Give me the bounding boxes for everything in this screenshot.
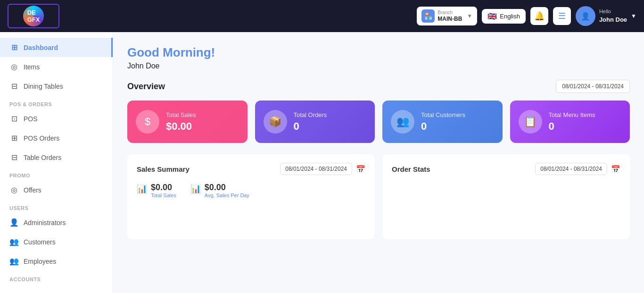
user-hello: Hello — [599, 8, 627, 15]
avg-sales-chart-icon: 📊 — [190, 184, 201, 194]
total-sales-stat-label: Total Sales — [151, 193, 176, 198]
sidebar-section-promo: PROMO — [0, 167, 113, 180]
sidebar-label-table-orders: Table Orders — [24, 154, 61, 161]
notification-button[interactable]: 🔔 — [530, 7, 548, 25]
stat-card-total-sales: $ Total Sales $0.00 — [127, 100, 248, 143]
total-sales-stat: 📊 $0.00 Total Sales — [137, 183, 176, 198]
order-stats-calendar-icon[interactable]: 📅 — [611, 165, 620, 174]
sales-summary-calendar-icon[interactable]: 📅 — [356, 165, 365, 174]
dining-tables-icon: ⊟ — [9, 82, 19, 91]
sidebar-item-administrators[interactable]: 👤 Administrators — [0, 213, 113, 232]
stat-cards-grid: $ Total Sales $0.00 📦 Total Orders 0 👥 T… — [127, 100, 630, 143]
flag-icon: 🇬🇧 — [487, 12, 497, 21]
total-customers-value: 0 — [421, 120, 465, 133]
menu-button[interactable]: ☰ — [553, 7, 571, 25]
sales-summary-header: Sales Summary 08/01/2024 - 08/31/2024 📅 — [137, 163, 365, 175]
sidebar-label-dashboard: Dashboard — [24, 44, 58, 51]
sales-summary-panel: Sales Summary 08/01/2024 - 08/31/2024 📅 … — [127, 154, 375, 239]
user-menu-button[interactable]: 👤 Hello John Doe ▼ — [576, 6, 636, 26]
sidebar-label-offers: Offers — [24, 186, 41, 194]
top-navbar: DEGFX 🏪 Branch MAIN-BB ▼ 🇬🇧 English 🔔 ☰ … — [0, 0, 644, 32]
sidebar-section-users: USERS — [0, 200, 113, 213]
sidebar-item-employees[interactable]: 👥 Employees — [0, 251, 113, 271]
sidebar-item-offers[interactable]: ◎ Offers — [0, 180, 113, 200]
hamburger-icon: ☰ — [558, 11, 566, 21]
sidebar-item-dining-tables[interactable]: ⊟ Dining Tables — [0, 76, 113, 96]
sidebar-label-dining-tables: Dining Tables — [24, 83, 63, 90]
branch-selector[interactable]: 🏪 Branch MAIN-BB ▼ — [417, 7, 477, 26]
total-sales-stat-info: $0.00 Total Sales — [151, 183, 176, 198]
sidebar: ⊞ Dashboard ◎ Items ⊟ Dining Tables POS … — [0, 32, 113, 293]
branch-dropdown-arrow: ▼ — [467, 13, 472, 19]
order-stats-panel: Order Stats 08/01/2024 - 08/31/2024 📅 — [382, 154, 630, 239]
order-stats-header: Order Stats 08/01/2024 - 08/31/2024 📅 — [392, 163, 620, 175]
sidebar-label-employees: Employees — [24, 258, 56, 265]
customers-icon: 👥 — [9, 237, 19, 246]
avg-sales-stat-info: $0.00 Avg. Sales Per Day — [205, 183, 249, 198]
sidebar-section-accounts: ACCOUNTS — [0, 271, 113, 284]
user-info: Hello John Doe — [599, 8, 627, 24]
sales-summary-date: 08/01/2024 - 08/31/2024 📅 — [280, 163, 365, 175]
total-menu-items-value: 0 — [549, 120, 595, 133]
overview-title: Overview — [127, 82, 165, 92]
sidebar-item-pos[interactable]: ⊡ POS — [0, 109, 113, 128]
stat-card-total-customers: 👥 Total Customers 0 — [382, 100, 503, 143]
sidebar-item-customers[interactable]: 👥 Customers — [0, 232, 113, 251]
total-orders-info: Total Orders 0 — [294, 111, 327, 133]
pos-orders-icon: ⊞ — [9, 134, 19, 142]
overview-header: Overview 08/01/2024 - 08/31/2024 — [127, 80, 630, 93]
order-stats-date: 08/01/2024 - 08/31/2024 📅 — [535, 163, 620, 175]
total-orders-label: Total Orders — [294, 111, 327, 118]
logo-icon: DEGFX — [23, 6, 44, 26]
sidebar-label-administrators: Administrators — [24, 219, 66, 226]
items-icon: ◎ — [9, 62, 19, 71]
total-menu-items-info: Total Menu Items 0 — [549, 111, 595, 133]
total-sales-value: $0.00 — [166, 120, 196, 133]
sales-summary-stats: 📊 $0.00 Total Sales 📊 $0.00 Avg. Sales P… — [137, 183, 365, 198]
sales-summary-date-text[interactable]: 08/01/2024 - 08/31/2024 — [280, 163, 352, 175]
branch-value: MAIN-BB — [438, 16, 462, 23]
sidebar-item-items[interactable]: ◎ Items — [0, 57, 113, 76]
total-customers-icon: 👥 — [391, 110, 414, 134]
sidebar-label-pos-orders: POS Orders — [24, 134, 59, 142]
sidebar-label-pos: POS — [24, 115, 38, 123]
bottom-panels: Sales Summary 08/01/2024 - 08/31/2024 📅 … — [127, 154, 630, 239]
offers-icon: ◎ — [9, 185, 19, 194]
sales-summary-title: Sales Summary — [137, 165, 190, 173]
avg-sales-stat-label: Avg. Sales Per Day — [205, 193, 249, 198]
main-content: Good Morning! John Doe Overview 08/01/20… — [113, 32, 644, 293]
overview-date-picker[interactable]: 08/01/2024 - 08/31/2024 — [556, 80, 630, 93]
total-orders-value: 0 — [294, 120, 327, 133]
total-sales-stat-value: $0.00 — [151, 183, 176, 193]
avg-sales-stat: 📊 $0.00 Avg. Sales Per Day — [190, 183, 249, 198]
nav-right: 🏪 Branch MAIN-BB ▼ 🇬🇧 English 🔔 ☰ 👤 Hell… — [417, 6, 636, 26]
language-selector[interactable]: 🇬🇧 English — [482, 9, 526, 24]
sidebar-item-dashboard[interactable]: ⊞ Dashboard — [0, 38, 113, 57]
administrators-icon: 👤 — [9, 218, 19, 227]
user-dropdown-arrow: ▼ — [631, 13, 636, 19]
order-stats-date-text[interactable]: 08/01/2024 - 08/31/2024 — [535, 163, 607, 175]
employees-icon: 👥 — [9, 257, 19, 266]
branch-label: Branch — [438, 9, 462, 16]
total-sales-label: Total Sales — [166, 111, 196, 118]
table-orders-icon: ⊟ — [9, 153, 19, 162]
greeting-text: Good Morning! — [127, 45, 630, 60]
avg-sales-stat-value: $0.00 — [205, 183, 249, 193]
sidebar-section-pos-orders: POS & ORDERS — [0, 96, 113, 109]
greeting-name: John Doe — [127, 62, 630, 70]
stat-card-total-menu-items: 📋 Total Menu Items 0 — [510, 100, 630, 143]
total-customers-info: Total Customers 0 — [421, 111, 465, 133]
dashboard-icon: ⊞ — [9, 43, 19, 52]
bell-icon: 🔔 — [534, 11, 545, 21]
total-customers-label: Total Customers — [421, 111, 465, 118]
branch-text: Branch MAIN-BB — [438, 9, 462, 23]
total-sales-info: Total Sales $0.00 — [166, 111, 196, 133]
user-name: John Doe — [599, 16, 627, 24]
logo: DEGFX — [8, 4, 59, 28]
total-menu-items-icon: 📋 — [519, 110, 542, 134]
stat-card-total-orders: 📦 Total Orders 0 — [255, 100, 375, 143]
sidebar-item-table-orders[interactable]: ⊟ Table Orders — [0, 148, 113, 167]
total-orders-icon: 📦 — [264, 110, 287, 134]
sidebar-label-items: Items — [24, 63, 40, 71]
sidebar-item-pos-orders[interactable]: ⊞ POS Orders — [0, 128, 113, 148]
